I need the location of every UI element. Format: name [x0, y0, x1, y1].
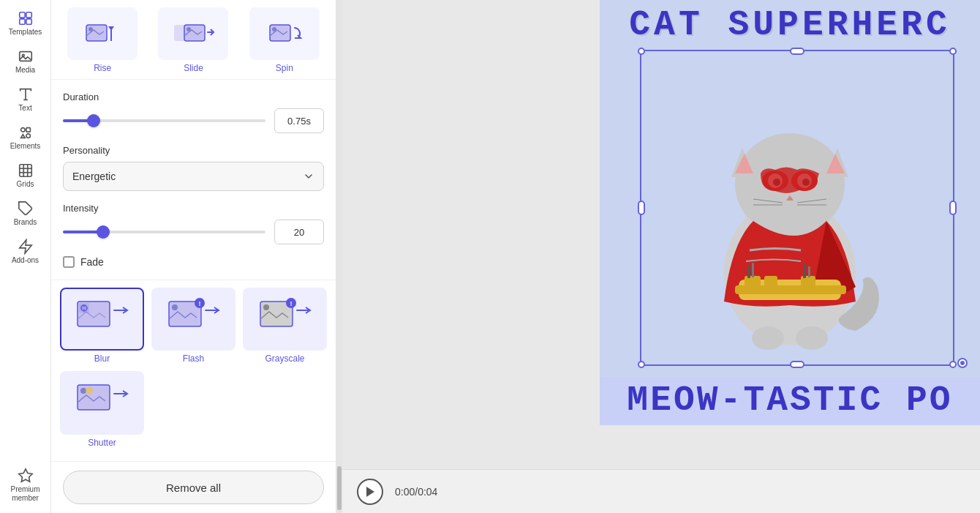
anim-card-spin-preview [249, 7, 320, 60]
svg-rect-74 [747, 265, 750, 278]
sidebar-item-grids[interactable]: Grids [4, 158, 48, 193]
svg-rect-75 [752, 263, 754, 277]
intensity-slider-thumb[interactable] [97, 225, 110, 239]
fade-label: Fade [80, 256, 104, 268]
svg-point-50 [86, 387, 93, 394]
duration-slider-thumb[interactable] [87, 114, 100, 127]
effect-card-shutter-label: Shutter [88, 438, 116, 448]
svg-rect-0 [19, 12, 24, 18]
play-icon [365, 486, 375, 498]
cat-illustration [607, 53, 973, 367]
sidebar-item-media[interactable]: Media [4, 44, 48, 79]
sidebar: Templates Media Text Elements [0, 0, 51, 513]
personality-label: Personality [63, 145, 324, 156]
personality-group: Personality Energetic [63, 145, 324, 191]
svg-point-37 [172, 304, 178, 310]
svg-rect-7 [26, 128, 29, 132]
settings-panel: Duration 0.75s Personality Energetic Int… [51, 80, 336, 280]
intensity-slider-track[interactable] [63, 231, 265, 233]
sidebar-item-media-label: Media [15, 66, 35, 75]
intensity-label: Intensity [63, 203, 324, 214]
canvas-viewport: CAT SUPERHERC [342, 0, 980, 469]
anim-card-spin-label: Spin [276, 63, 293, 73]
duration-label: Duration [63, 91, 324, 102]
svg-rect-9 [19, 165, 31, 177]
svg-rect-72 [764, 276, 777, 289]
sidebar-item-brands-label: Brands [14, 218, 37, 227]
personality-dropdown[interactable]: Energetic [63, 162, 324, 191]
anim-card-slide-label: Slide [184, 63, 203, 73]
personality-value: Energetic [72, 171, 116, 182]
duration-slider-track[interactable] [63, 119, 265, 122]
effect-card-flash-label: Flash [183, 353, 204, 364]
intensity-value[interactable]: 20 [274, 220, 324, 244]
effect-cards-grid: Blur ! Flash [60, 288, 327, 448]
duration-row: 0.75s [63, 108, 324, 133]
svg-point-6 [20, 128, 24, 132]
time-display: 0:00/0:04 [395, 486, 437, 498]
effect-card-grayscale[interactable]: ! Grayscale [243, 288, 327, 364]
effect-card-flash[interactable]: ! Flash [151, 288, 235, 364]
svg-rect-71 [745, 276, 761, 291]
svg-rect-2 [19, 19, 24, 24]
svg-rect-73 [801, 276, 815, 289]
effect-card-blur-label: Blur [94, 353, 110, 364]
effect-card-flash-preview: ! [151, 288, 235, 351]
svg-rect-3 [26, 19, 31, 24]
sidebar-item-text-label: Text [18, 104, 31, 113]
playback-bar: 0:00/0:04 [342, 469, 980, 513]
animation-panel: Rise Slide [51, 0, 336, 513]
effect-card-shutter[interactable]: Shutter [60, 371, 144, 447]
svg-rect-31 [79, 303, 89, 313]
intensity-group: Intensity 20 [63, 203, 324, 244]
effect-card-blur[interactable]: Blur [60, 288, 144, 364]
sidebar-item-addons-label: Add-ons [12, 256, 39, 265]
scroll-thumb[interactable] [337, 466, 342, 510]
svg-text:!: ! [290, 300, 292, 307]
svg-point-49 [80, 388, 86, 394]
sidebar-item-premium-label: Premium member [7, 485, 45, 503]
anim-card-spin[interactable]: Spin [242, 7, 327, 73]
canvas-area: CAT SUPERHERC [342, 0, 980, 513]
svg-text:!: ! [198, 300, 200, 307]
sidebar-item-text[interactable]: Text [4, 82, 48, 117]
scroll-indicator [336, 0, 342, 513]
play-button[interactable] [357, 479, 383, 505]
svg-rect-77 [808, 266, 810, 277]
sidebar-item-grids-label: Grids [17, 180, 34, 189]
sidebar-item-templates[interactable]: Templates [4, 6, 48, 41]
fade-row: Fade [63, 256, 324, 268]
top-animation-cards: Rise Slide [51, 0, 336, 80]
svg-marker-15 [18, 469, 31, 482]
sidebar-item-elements[interactable]: Elements [4, 120, 48, 155]
svg-marker-80 [366, 487, 374, 497]
svg-point-79 [796, 326, 828, 350]
duration-group: Duration 0.75s [63, 91, 324, 133]
anim-card-rise-label: Rise [94, 63, 111, 73]
effect-card-grayscale-label: Grayscale [265, 353, 304, 364]
chevron-down-icon [303, 171, 314, 182]
svg-point-43 [263, 304, 269, 310]
anim-card-slide[interactable]: Slide [151, 7, 235, 73]
effect-card-grayscale-preview: ! [243, 288, 327, 351]
sidebar-item-templates-label: Templates [9, 28, 42, 37]
sidebar-item-premium[interactable]: Premium member [4, 463, 48, 507]
poster: CAT SUPERHERC [600, 0, 980, 425]
sidebar-item-addons[interactable]: Add-ons [4, 234, 48, 269]
bottom-bar: Remove all [51, 461, 336, 513]
fade-checkbox[interactable] [63, 256, 75, 268]
poster-bottom-text: MEOW-TASTIC PO [600, 377, 980, 425]
sidebar-item-brands[interactable]: Brands [4, 196, 48, 231]
anim-card-rise-preview [67, 7, 137, 60]
duration-value[interactable]: 0.75s [274, 108, 324, 133]
effect-card-shutter-preview [60, 371, 144, 434]
svg-rect-76 [803, 263, 806, 278]
svg-rect-8 [26, 134, 29, 138]
svg-point-78 [752, 326, 784, 350]
anim-card-rise[interactable]: Rise [60, 7, 145, 73]
svg-rect-1 [26, 12, 31, 18]
poster-top-text: CAT SUPERHERC [600, 0, 980, 42]
effect-cards-section: Blur ! Flash [51, 280, 336, 461]
remove-all-button[interactable]: Remove all [63, 471, 324, 504]
anim-card-slide-preview [158, 7, 228, 60]
